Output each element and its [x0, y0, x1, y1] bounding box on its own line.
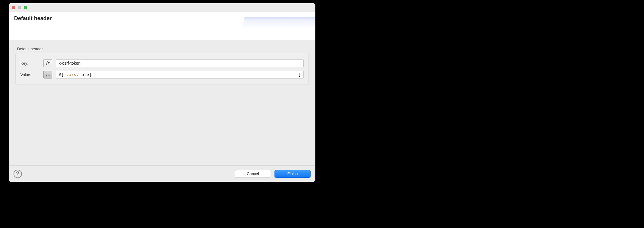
value-row: Value: ƒx #[ vars.role] ]	[20, 69, 304, 80]
header-banner-decoration	[242, 17, 315, 32]
dialog-footer: ? Cancel Finish	[9, 165, 315, 182]
group-label: Default header	[17, 47, 309, 51]
fx-icon: ƒx	[46, 61, 50, 66]
dialog-header: Default header	[9, 12, 315, 40]
key-row: Key: ƒx	[20, 57, 304, 69]
key-fx-button[interactable]: ƒx	[43, 59, 52, 67]
dialog-content: Default header Key: ƒx Value: ƒx #[ vars…	[9, 40, 315, 165]
value-expression-content: #[ vars.role]	[59, 72, 92, 77]
fx-icon: ƒx	[46, 72, 50, 77]
value-fx-button[interactable]: ƒx	[43, 71, 52, 79]
close-window-icon[interactable]	[12, 6, 15, 9]
help-button[interactable]: ?	[14, 170, 22, 178]
expr-token-vars: vars	[66, 72, 76, 77]
value-expression-input[interactable]: #[ vars.role] ]	[56, 71, 304, 79]
key-label: Key:	[20, 61, 40, 66]
default-header-group: Key: ƒx Value: ƒx #[ vars.role] ]	[15, 53, 309, 85]
minimize-window-icon[interactable]	[18, 6, 21, 9]
cancel-button[interactable]: Cancel	[235, 170, 271, 178]
maximize-window-icon[interactable]	[24, 6, 27, 9]
help-icon: ?	[16, 171, 20, 177]
expr-token-close-inline: ]	[89, 72, 91, 77]
key-input[interactable]	[56, 59, 304, 67]
expr-token-open: #[	[59, 72, 66, 77]
expr-token-close-right: ]	[299, 72, 301, 77]
value-label: Value:	[20, 72, 40, 77]
finish-button[interactable]: Finish	[274, 170, 311, 178]
titlebar	[9, 3, 315, 12]
expr-token-prop: role	[79, 72, 89, 77]
dialog-window: Default header Default header Key: ƒx Va…	[9, 3, 315, 182]
